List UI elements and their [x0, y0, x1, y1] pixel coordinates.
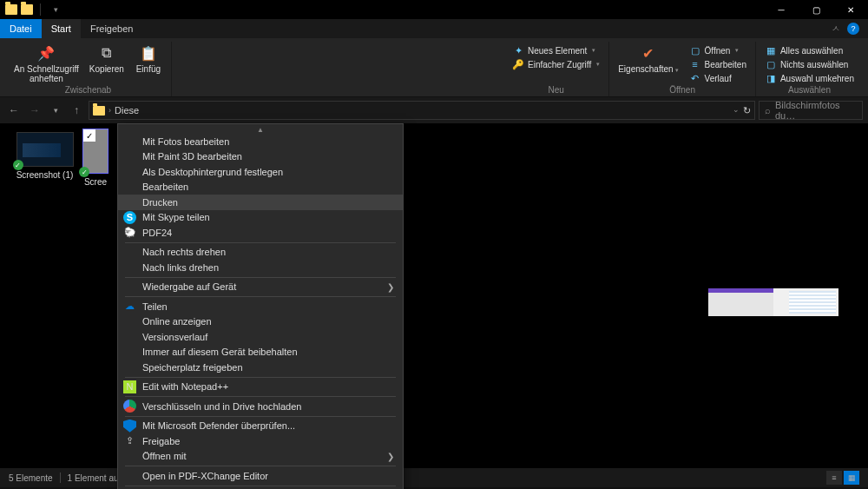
status-selection: 1 Element aus [68, 473, 123, 483]
pdf24-icon: 🐑 [123, 226, 136, 239]
pin-icon: 📌 [36, 43, 56, 63]
chevron-right-icon: ❯ [387, 452, 394, 461]
search-input[interactable]: ⌕ Bildschirmfotos du… [759, 101, 863, 120]
file-thumbnail-selected[interactable]: ✓ ✓ [82, 129, 108, 174]
navbar: ← → ▾ ↑ › Diese ⌄ ↻ ⌕ Bildschirmfotos du… [0, 97, 868, 123]
context-menu-item[interactable]: Nach rechts drehen [118, 245, 403, 261]
file-area: ✓ Screenshot (1) ✓ ✓ Scree ▲ Mit Fotos b… [0, 123, 868, 468]
maximize-button[interactable]: ▢ [799, 0, 833, 19]
npp-icon: N [123, 380, 136, 393]
breadcrumb[interactable]: Diese [115, 105, 139, 116]
tab-share[interactable]: Freigeben [81, 19, 143, 38]
context-menu-item[interactable]: Online anzeigen [118, 314, 403, 330]
file-thumbnail[interactable]: ✓ [16, 132, 74, 167]
status-item-count: 5 Elemente [9, 473, 53, 483]
tab-file[interactable]: Datei [0, 19, 42, 38]
collapse-ribbon[interactable]: ㅅ [832, 23, 840, 35]
back-button[interactable]: ← [5, 102, 23, 119]
select-none-button[interactable]: ▢Nichts auswählen [761, 57, 858, 71]
ribbon-tabs: Datei Start Freigeben ㅅ ? [0, 19, 868, 38]
tab-start[interactable]: Start [42, 19, 81, 38]
context-menu-item[interactable]: Mit Paint 3D bearbeiten [118, 149, 403, 165]
context-menu-item[interactable]: 🐑PDF24 [118, 225, 403, 241]
preview-pane [708, 288, 838, 316]
pin-quickaccess-button[interactable]: 📌 An Schnellzugriff anheften [10, 42, 82, 85]
folder-icon [93, 106, 105, 116]
history-button[interactable]: ↶Verlauf [686, 71, 750, 85]
context-menu-item[interactable]: Speicherplatz freigeben [118, 360, 403, 375]
properties-button[interactable]: ✔ Eigenschaften▾ [615, 42, 681, 76]
context-menu: ▲ Mit Fotos bearbeitenMit Paint 3D bearb… [117, 123, 404, 489]
recent-locations[interactable]: ▾ [47, 102, 64, 119]
titlebar: ▾ ─ ▢ ✕ [0, 0, 868, 19]
context-menu-item[interactable]: Mit Microsoft Defender überprüfen... [118, 419, 403, 434]
qat-customize[interactable]: ▾ [51, 5, 61, 14]
checkmark-icon: ✔ [639, 43, 658, 63]
copy-icon: ⧉ [97, 43, 116, 63]
folder-icon [21, 4, 33, 15]
context-menu-item[interactable]: Wiedergabe auf Gerät❯ [118, 280, 403, 295]
context-scroll-up[interactable]: ▲ [118, 126, 403, 134]
context-menu-item[interactable]: Verschlüsseln und in Drive hochladen [118, 399, 403, 414]
ribbon: 📌 An Schnellzugriff anheften ⧉ Kopieren … [0, 38, 868, 97]
context-menu-item[interactable]: Drucken [118, 195, 403, 210]
chevron-right-icon: ❯ [387, 282, 394, 292]
folder-icon [5, 4, 17, 15]
address-bar[interactable]: › Diese ⌄ ↻ [89, 101, 755, 120]
skype-icon: S [123, 211, 136, 224]
context-menu-item[interactable]: Öffnen mit❯ [118, 449, 403, 465]
context-menu-item[interactable]: ⇪Freigabe [118, 433, 403, 449]
file-label: Scree [84, 177, 107, 187]
search-icon: ⌕ [765, 105, 771, 116]
cloud-icon: ☁ [123, 300, 136, 313]
selected-check-icon: ✓ [83, 129, 95, 142]
easy-access-button[interactable]: 🔑Einfacher Zugriff▾ [509, 57, 603, 71]
refresh-button[interactable]: ↻ [743, 105, 751, 116]
context-menu-item[interactable]: NEdit with Notepad++ [118, 380, 403, 395]
pin-label: An Schnellzugriff anheften [14, 64, 79, 83]
copy-button[interactable]: ⧉ Kopieren [86, 42, 128, 76]
context-menu-item[interactable]: Versionsverlauf [118, 329, 403, 345]
context-menu-item[interactable]: Mit Fotos bearbeiten [118, 134, 403, 149]
new-element-button[interactable]: ✦Neues Element▾ [509, 43, 603, 57]
context-menu-item[interactable]: Open in PDF-XChange Editor [118, 468, 403, 484]
view-details-button[interactable]: ≡ [826, 471, 842, 485]
help-icon[interactable]: ? [847, 23, 859, 35]
synced-badge-icon: ✓ [79, 167, 89, 177]
view-thumbnails-button[interactable]: ▦ [844, 471, 859, 485]
paste-icon: 📋 [139, 43, 158, 63]
open-button[interactable]: ▢Öffnen▾ [686, 43, 750, 57]
group-clipboard-label: Zwischenab [10, 85, 166, 96]
defender-icon [123, 420, 136, 433]
invert-selection-button[interactable]: ◨Auswahl umkehren [761, 71, 858, 85]
address-dropdown[interactable]: ⌄ [733, 105, 740, 116]
context-menu-item[interactable]: Immer auf diesem Gerät beibehalten [118, 345, 403, 360]
drive-icon [123, 400, 136, 413]
close-button[interactable]: ✕ [833, 0, 868, 19]
edit-button[interactable]: ≡Bearbeiten [686, 57, 750, 71]
paste-button[interactable]: 📋 Einfüg [131, 42, 166, 76]
context-menu-item[interactable]: Als Desktophintergrund festlegen [118, 164, 403, 180]
synced-badge-icon: ✓ [13, 160, 23, 170]
up-button[interactable]: ↑ [68, 102, 85, 119]
context-menu-item[interactable]: SMit Skype teilen [118, 210, 403, 226]
file-label: Screenshot (1) [16, 170, 74, 180]
context-menu-item[interactable]: Nach links drehen [118, 260, 403, 275]
share-icon: ⇪ [123, 434, 136, 447]
forward-button[interactable]: → [26, 102, 43, 119]
context-menu-item[interactable]: Bearbeiten [118, 180, 403, 195]
minimize-button[interactable]: ─ [764, 0, 799, 19]
context-menu-item[interactable]: ☁Teilen [118, 299, 403, 314]
select-all-button[interactable]: ▦Alles auswählen [761, 43, 858, 57]
